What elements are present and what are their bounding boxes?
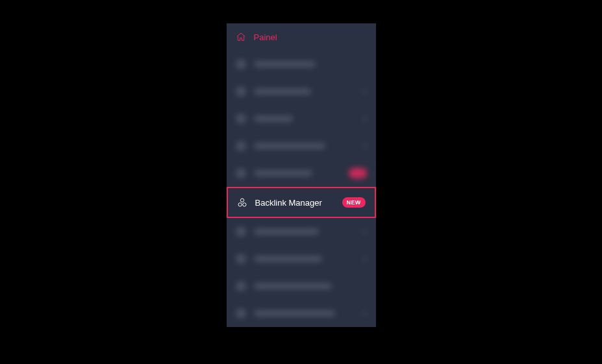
sidebar-item-blurred[interactable] [227,273,376,300]
sidebar-item-blurred[interactable] [227,160,376,187]
sidebar-item-blurred[interactable]: ▾ [227,105,376,132]
sidebar-item-label-blurred [254,87,363,97]
sidebar-item-blurred[interactable]: ▾ [227,300,376,327]
new-badge: NEW [342,197,366,208]
sidebar-item-label-blurred [254,60,367,69]
home-icon [236,32,246,42]
badge-blurred [349,168,367,178]
blurred-icon [236,141,246,151]
chevron-down-icon: ▾ [363,228,367,236]
sidebar-item-label-blurred [254,227,363,237]
sidebar-item-label: Backlink Manager [255,198,337,208]
sidebar-item-label: Painel [254,32,367,42]
svg-point-2 [240,199,244,202]
chevron-down-icon: ▾ [363,309,367,318]
blurred-icon [236,59,246,69]
sidebar-item-label-blurred [254,254,363,264]
sidebar-item-painel[interactable]: Painel [227,23,376,51]
sidebar-item-label-blurred [254,169,344,178]
sidebar-item-blurred[interactable]: ▾ [227,78,376,105]
blurred-icon [236,114,246,124]
svg-point-1 [242,203,245,206]
blurred-icon [236,308,246,319]
blurred-icon [236,86,246,97]
blurred-icon [236,226,246,237]
chevron-down-icon: ▾ [363,142,367,151]
sidebar-item-blurred[interactable]: ▾ [227,245,376,273]
sidebar-item-label-blurred [254,309,363,319]
svg-point-0 [238,203,242,206]
sidebar-item-label-blurred [254,114,363,124]
sidebar: Painel ▾▾▾ Backlink Manager NEW ▾▾▾ [227,23,376,327]
blurred-icon [236,281,246,291]
blurred-icon [236,168,246,178]
sidebar-item-blurred[interactable]: ▾ [227,218,376,245]
chevron-down-icon: ▾ [363,255,367,263]
blurred-icon [236,254,246,264]
chevron-down-icon: ▾ [363,115,367,123]
sidebar-item-blurred[interactable]: ▾ [227,132,376,160]
sidebar-item-label-blurred [254,141,363,151]
sidebar-item-label-blurred [254,282,367,291]
chevron-down-icon: ▾ [363,88,367,96]
sidebar-item-backlink-manager[interactable]: Backlink Manager NEW [227,187,376,218]
link-chain-icon [237,197,247,208]
sidebar-item-blurred[interactable] [227,51,376,78]
